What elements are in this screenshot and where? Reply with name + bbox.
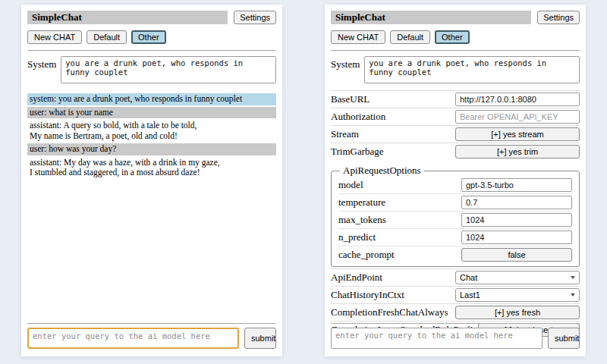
chat-history-in-ctxt-label: ChatHistoryInCtxt (331, 289, 404, 301)
baseurl-input[interactable] (455, 93, 580, 106)
trimgarbage-label: TrimGarbage (331, 146, 384, 158)
setting-row-temperature: temperature (338, 193, 572, 211)
authorization-label: Authorization (331, 111, 385, 123)
app-title: SimpleChat (27, 11, 228, 24)
session-tab-default[interactable]: Default (86, 30, 127, 44)
setting-row-baseurl: BaseURL (331, 90, 580, 108)
setting-row-max-tokens: max_tokens (338, 211, 572, 228)
cache-prompt-label: cache_prompt (338, 249, 395, 261)
chat-message-user: user: how was your day? (27, 143, 276, 155)
setting-row-model: model (338, 177, 572, 193)
submit-button[interactable]: submit (244, 328, 276, 349)
setting-row-stream: Stream [+] yes stream (331, 125, 580, 143)
query-area: submit (331, 323, 580, 349)
header: SimpleChat Settings (331, 11, 580, 24)
system-prompt-input[interactable]: you are a drunk poet, who responds in fu… (364, 56, 580, 83)
divider (331, 50, 580, 51)
setting-row-cache-prompt: cache_prompt false (338, 246, 572, 263)
divider (27, 50, 276, 51)
system-prompt-label: System (27, 56, 56, 83)
settings-form: BaseURL Authorization Stream [+] yes str… (331, 90, 580, 338)
setting-row-n-predict: n_predict (338, 228, 572, 246)
setting-row-chat-history-in-ctxt: ChatHistoryInCtxt Last1 (331, 286, 580, 303)
system-prompt-label: System (331, 56, 360, 83)
chat-message-list: system: you are a drunk poet, who respon… (27, 93, 276, 179)
divider (27, 323, 276, 324)
chat-message-user: user: what is your name (27, 107, 276, 119)
session-tab-other[interactable]: Other (435, 30, 470, 44)
session-toolbar: New CHAT Default Other (27, 30, 276, 44)
setting-row-completion-fresh-chat-always: CompletionFreshChatAlways [+] yes fresh (331, 303, 580, 321)
new-chat-button[interactable]: New CHAT (331, 30, 385, 44)
session-toolbar: New CHAT Default Other (331, 30, 580, 44)
query-input[interactable] (331, 328, 543, 349)
temperature-input[interactable] (461, 196, 572, 209)
app-title: SimpleChat (331, 11, 531, 24)
api-endpoint-label: ApiEndPoint (331, 271, 382, 284)
chat-history-in-ctxt-select[interactable]: Last1 (455, 288, 580, 302)
system-prompt-row: System you are a drunk poet, who respond… (331, 56, 580, 83)
authorization-input[interactable] (455, 110, 580, 124)
divider (331, 323, 580, 324)
model-label: model (338, 179, 363, 191)
setting-row-trimgarbage: TrimGarbage [+] yes trim (331, 143, 580, 160)
api-endpoint-select[interactable]: Chat (455, 271, 580, 284)
chevron-down-icon (571, 293, 575, 297)
chat-message-system: system: you are a drunk poet, who respon… (27, 93, 276, 105)
stream-toggle-button[interactable]: [+] yes stream (455, 127, 580, 141)
baseurl-label: BaseURL (331, 93, 370, 105)
api-request-options-group: ApiRequestOptions model temperature max_… (331, 165, 580, 267)
header: SimpleChat Settings (27, 11, 276, 24)
setting-row-authorization: Authorization (331, 108, 580, 125)
new-chat-button[interactable]: New CHAT (27, 30, 82, 44)
session-tab-other[interactable]: Other (131, 30, 166, 44)
max-tokens-label: max_tokens (338, 214, 386, 226)
settings-button[interactable]: Settings (537, 11, 580, 24)
n-predict-input[interactable] (461, 231, 572, 244)
query-input[interactable] (27, 328, 239, 349)
temperature-label: temperature (338, 196, 385, 209)
submit-button[interactable]: submit (548, 328, 580, 349)
api-endpoint-selected-value: Chat (460, 273, 477, 282)
api-request-options-legend: ApiRequestOptions (340, 165, 424, 177)
chat-message-assistant: assistant: A query so bold, with a tale … (27, 120, 276, 142)
system-prompt-row: System you are a drunk poet, who respond… (27, 56, 276, 83)
model-input[interactable] (461, 178, 572, 192)
setting-row-api-endpoint: ApiEndPoint Chat (331, 268, 580, 286)
n-predict-label: n_predict (338, 231, 376, 243)
settings-panel: SimpleChat Settings New CHAT Default Oth… (325, 5, 586, 356)
cache-prompt-toggle-button[interactable]: false (461, 248, 572, 262)
chat-history-selected-value: Last1 (460, 290, 480, 300)
chat-message-assistant: assistant: My day was a haze, with a dri… (27, 157, 276, 179)
max-tokens-input[interactable] (461, 213, 572, 227)
query-area: submit (27, 323, 276, 349)
session-tab-default[interactable]: Default (390, 30, 430, 44)
system-prompt-input[interactable]: you are a drunk poet, who responds in fu… (61, 56, 276, 83)
completion-fresh-chat-always-label: CompletionFreshChatAlways (331, 306, 448, 318)
chevron-down-icon (571, 276, 575, 279)
completion-fresh-chat-toggle-button[interactable]: [+] yes fresh (455, 306, 580, 319)
trimgarbage-toggle-button[interactable]: [+] yes trim (455, 145, 580, 158)
chat-panel: SimpleChat Settings New CHAT Default Oth… (21, 5, 282, 356)
stream-label: Stream (331, 128, 359, 140)
settings-button[interactable]: Settings (234, 11, 276, 24)
